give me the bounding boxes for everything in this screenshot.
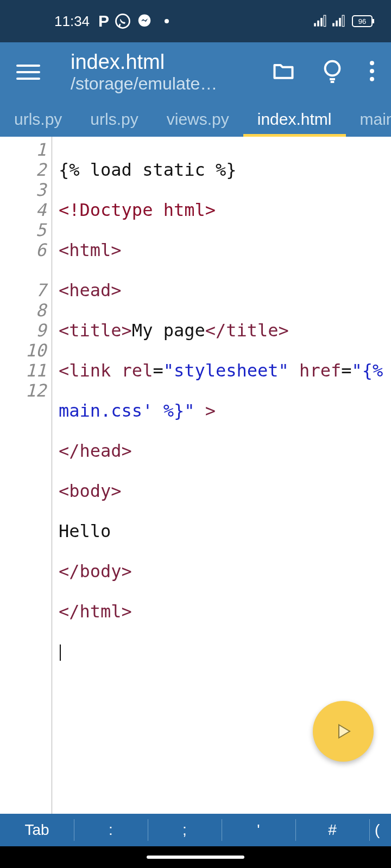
text-cursor <box>60 644 61 661</box>
tab-index[interactable]: index.html <box>243 102 346 137</box>
svg-rect-9 <box>342 15 344 26</box>
whatsapp-icon <box>115 13 131 29</box>
svg-point-18 <box>370 77 374 81</box>
lightbulb-icon[interactable] <box>321 58 343 86</box>
system-nav-bar <box>0 846 391 868</box>
more-notifications-dot <box>165 19 169 23</box>
status-time: 11:34 <box>54 13 90 30</box>
key-semicolon[interactable]: ; <box>148 814 222 846</box>
file-path: /storage/emulate… <box>71 74 223 94</box>
svg-point-17 <box>370 69 374 73</box>
svg-marker-19 <box>339 725 350 738</box>
tab-urls-2[interactable]: urls.py <box>76 102 152 137</box>
status-bar: 11:34 P 96 <box>0 0 391 42</box>
svg-point-16 <box>370 61 374 65</box>
svg-point-13 <box>325 61 340 76</box>
tab-main-css[interactable]: main.css <box>346 102 392 137</box>
signal-icon-1 <box>313 15 327 28</box>
svg-point-0 <box>116 15 130 28</box>
key-paren[interactable]: ( <box>369 814 391 846</box>
svg-rect-8 <box>339 18 341 27</box>
signal-icon-2 <box>331 15 345 28</box>
svg-rect-7 <box>336 21 338 27</box>
overflow-menu-icon[interactable] <box>369 60 375 84</box>
key-tab[interactable]: Tab <box>0 814 74 846</box>
line-number-gutter: 123 456 789 101112 <box>0 137 52 814</box>
tab-views[interactable]: views.py <box>153 102 243 137</box>
file-title: index.html <box>71 50 272 74</box>
svg-rect-5 <box>324 15 326 26</box>
run-button[interactable] <box>313 701 374 762</box>
app-bar: index.html /storage/emulate… <box>0 42 391 102</box>
menu-icon[interactable] <box>16 56 49 88</box>
svg-text:96: 96 <box>358 17 366 25</box>
svg-rect-4 <box>320 18 323 27</box>
tab-urls-1[interactable]: urls.py <box>0 102 76 137</box>
folder-icon[interactable] <box>272 59 295 85</box>
nav-handle[interactable] <box>147 856 244 859</box>
svg-rect-2 <box>314 23 316 27</box>
key-apostrophe[interactable]: ' <box>222 814 295 846</box>
key-colon[interactable]: : <box>74 814 148 846</box>
key-hash[interactable]: # <box>295 814 369 846</box>
symbol-toolbar: Tab : ; ' # ( <box>0 814 391 846</box>
svg-rect-3 <box>317 21 319 27</box>
file-tabs: urls.py urls.py views.py index.html main… <box>0 102 391 137</box>
svg-rect-6 <box>332 23 335 27</box>
messenger-icon <box>136 13 153 29</box>
battery-icon: 96 <box>352 15 375 27</box>
pandora-icon: P <box>98 12 109 30</box>
code-editor[interactable]: 123 456 789 101112 {% load static %} <!D… <box>0 137 391 814</box>
svg-rect-11 <box>373 19 374 23</box>
